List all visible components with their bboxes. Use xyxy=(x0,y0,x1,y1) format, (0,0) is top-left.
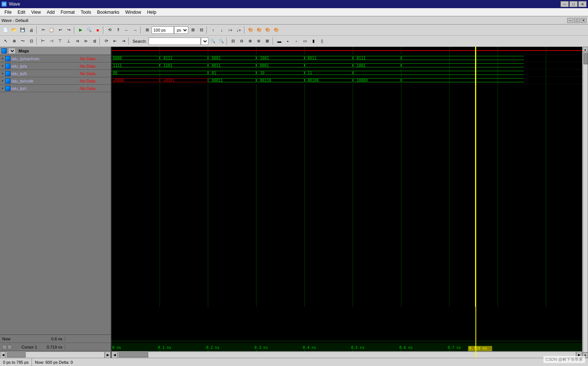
waveform-area[interactable]: 0000 0111 0001 xyxy=(111,47,582,339)
tb-sig1[interactable]: ↑ xyxy=(209,26,217,34)
tb-stop[interactable]: ■ xyxy=(94,26,102,34)
expand-b[interactable]: + xyxy=(0,72,5,75)
tb2-wave-type1[interactable]: ▬ xyxy=(275,37,283,45)
tb-sig2[interactable]: ↓ xyxy=(218,26,226,34)
msg-eachvec: -No Data- xyxy=(77,56,111,61)
menu-format[interactable]: Format xyxy=(58,9,78,16)
wave-scroll-left[interactable]: ◀ xyxy=(111,352,117,358)
time-input[interactable]: 100 ps xyxy=(152,26,174,34)
tb-print[interactable]: 🖨 xyxy=(27,26,35,34)
tb2-select[interactable]: ↖ xyxy=(1,37,10,45)
signal-row-c[interactable]: + /alu_tp/c -No Data- xyxy=(0,85,111,92)
tb2-zoom-in2[interactable]: ⊕ xyxy=(246,37,254,45)
tb-undo[interactable]: ↩ xyxy=(56,26,64,34)
time-unit[interactable]: psns xyxy=(174,26,188,34)
label-eachvec: /alu_tp/eachvec xyxy=(11,56,77,61)
tb-col4[interactable]: 🎨 xyxy=(272,26,280,34)
vscroll-thumb[interactable] xyxy=(584,53,588,64)
menu-bookmarks[interactable]: Bookmarks xyxy=(94,9,122,16)
tb-save[interactable]: 💾 xyxy=(19,26,27,34)
tb2-c1[interactable]: ⟳ xyxy=(102,37,110,45)
expand-c[interactable]: + xyxy=(0,87,5,90)
msg-c: -No Data- xyxy=(77,86,111,91)
tb2-f2[interactable]: ⊣ xyxy=(48,37,56,45)
scroll-track[interactable] xyxy=(6,352,105,358)
scroll-left-btn[interactable]: ◀ xyxy=(0,352,6,358)
tb2-c2[interactable]: ⇤ xyxy=(111,37,119,45)
tb-col1[interactable]: 🎨 xyxy=(247,26,255,34)
signal-row-code[interactable]: + /alu_tp/code -No Data- xyxy=(0,77,111,85)
tb2-f3[interactable]: ⊤ xyxy=(56,37,64,45)
signal-options[interactable] xyxy=(8,48,16,54)
search-input[interactable] xyxy=(149,38,201,45)
search-dropdown[interactable] xyxy=(201,38,208,45)
tb2-f6[interactable]: ⊳ xyxy=(82,37,90,45)
tb2-wave-type2[interactable]: ▪ xyxy=(284,37,292,45)
tb-open[interactable]: 📂 xyxy=(10,26,18,34)
tb-wave3[interactable]: ← xyxy=(123,26,131,34)
vscroll-up[interactable]: ▲ xyxy=(583,47,588,52)
menu-tools[interactable]: Tools xyxy=(78,9,94,16)
maximize-button[interactable]: □ xyxy=(569,1,578,7)
tb2-f4[interactable]: ⊥ xyxy=(65,37,73,45)
tb2-c3[interactable]: ⇥ xyxy=(119,37,127,45)
svg-text:0011: 0011 xyxy=(308,56,316,60)
tb2-zoom-out[interactable]: ⊖ xyxy=(238,37,246,45)
tb-wave2[interactable]: ⇑ xyxy=(114,26,122,34)
tb2-wave-type4[interactable]: ▭ xyxy=(301,37,309,45)
vscroll-track[interactable] xyxy=(583,52,588,353)
tb2-wave-type5[interactable]: ▮ xyxy=(309,37,318,45)
signal-row-b[interactable]: + /alu_tp/b -No Data- xyxy=(0,70,111,77)
tb2-wave-type3[interactable]: ▫ xyxy=(292,37,301,45)
tb-col3[interactable]: 🎨 xyxy=(264,26,272,34)
tb2-wave-type6[interactable]: ▯ xyxy=(318,37,326,45)
tb2-f1[interactable]: ⊢ xyxy=(39,37,47,45)
scroll-thumb[interactable] xyxy=(7,352,26,357)
tb-fit[interactable]: ⊞ xyxy=(143,26,151,34)
tb2-wave[interactable]: 〜 xyxy=(19,37,27,45)
tb-zoom-out[interactable]: ⊟ xyxy=(197,26,205,34)
menu-file[interactable]: File xyxy=(1,9,14,16)
sub-close[interactable]: ✕ xyxy=(581,18,587,23)
tb-run[interactable]: ▶ xyxy=(77,26,85,34)
expand-code[interactable]: + xyxy=(0,79,5,83)
tb-sig3[interactable]: ↑+ xyxy=(226,26,234,34)
tb2-search1[interactable]: 🔍 xyxy=(209,37,217,45)
tb-col2[interactable]: 🎨 xyxy=(255,26,263,34)
signal-row-a[interactable]: + /alu_tp/a -No Data- xyxy=(0,62,111,70)
sub-maximize[interactable]: □ xyxy=(574,18,580,23)
tb2-search2[interactable]: 🔍 xyxy=(217,37,225,45)
tb-wave4[interactable]: → xyxy=(131,26,139,34)
close-button[interactable]: ✕ xyxy=(578,1,587,7)
tb2-zoom-full[interactable]: ⊛ xyxy=(255,37,263,45)
tb2-zoom[interactable]: ⊕ xyxy=(10,37,18,45)
tb-zoom-in[interactable]: ⊞ xyxy=(189,26,197,34)
tb2-f7[interactable]: ⊴ xyxy=(90,37,98,45)
signal-row-eachvec[interactable]: + /alu_tp/eachvec -No Data- xyxy=(0,55,111,62)
scroll-right-btn[interactable]: ▶ xyxy=(105,352,111,358)
menu-window[interactable]: Window xyxy=(122,9,144,16)
menu-help[interactable]: Help xyxy=(144,9,159,16)
now-row: Now 0.6 ns xyxy=(0,335,111,343)
sub-minimize[interactable]: ─ xyxy=(567,18,573,23)
menu-edit[interactable]: Edit xyxy=(14,9,28,16)
tb2-f5[interactable]: ⊲ xyxy=(73,37,81,45)
tb-new[interactable]: 📄 xyxy=(1,26,10,34)
expand-eachvec[interactable]: + xyxy=(0,57,5,61)
tb-find[interactable]: 🔍 xyxy=(85,26,93,34)
tb-cut[interactable]: ✂ xyxy=(39,26,47,34)
tb2-zoom-sel[interactable]: ⊠ xyxy=(263,37,272,45)
wave-scroll-track[interactable] xyxy=(117,352,576,358)
tb2-zoom-fit[interactable]: ⊟ xyxy=(229,37,237,45)
menu-view[interactable]: View xyxy=(28,9,44,16)
label-c: /alu_tp/c xyxy=(11,86,77,91)
menu-add[interactable]: Add xyxy=(44,9,58,16)
tb-wave1[interactable]: ⟲ xyxy=(105,26,114,34)
tb-redo[interactable]: ↪ xyxy=(65,26,73,34)
tb2-step[interactable]: ⊡ xyxy=(27,37,35,45)
tb-copy[interactable]: 📋 xyxy=(48,26,56,34)
minimize-button[interactable]: ─ xyxy=(561,1,569,7)
expand-a[interactable]: + xyxy=(0,64,5,68)
tb-sig4[interactable]: ↓+ xyxy=(235,26,243,34)
wave-scroll-thumb[interactable] xyxy=(118,352,148,357)
